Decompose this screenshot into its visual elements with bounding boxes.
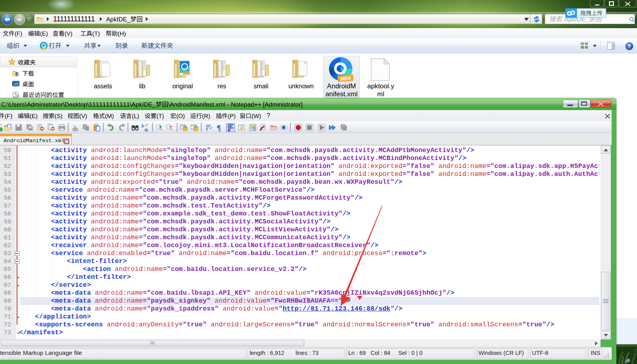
svg-text:?: ? xyxy=(627,43,631,50)
svg-text:MINI: MINI xyxy=(340,75,351,82)
svg-text:a: a xyxy=(145,127,148,132)
svg-text:b: b xyxy=(141,123,144,129)
svg-text:¶: ¶ xyxy=(217,124,221,132)
